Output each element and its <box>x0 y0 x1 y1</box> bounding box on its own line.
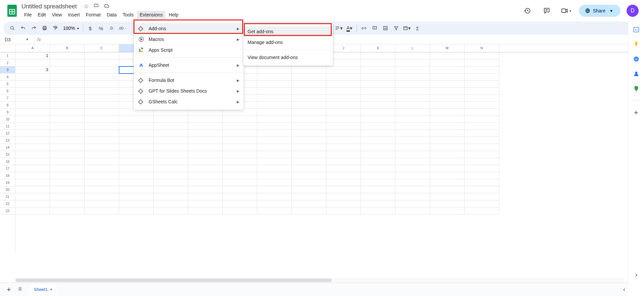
cell-N7[interactable] <box>465 95 499 102</box>
text-color-button[interactable]: A▾ <box>344 23 355 33</box>
cell-M4[interactable] <box>430 73 465 81</box>
row-header-12[interactable]: 12 <box>0 130 15 137</box>
cell-L10[interactable] <box>395 116 430 123</box>
cell-M23[interactable] <box>430 207 465 214</box>
cell-B13[interactable] <box>50 137 85 144</box>
cell-F13[interactable] <box>188 137 223 144</box>
cell-H4[interactable] <box>257 73 292 81</box>
cell-G10[interactable] <box>223 116 257 123</box>
cell-E21[interactable] <box>154 193 188 200</box>
cell-A3[interactable]: 3 <box>15 66 50 73</box>
cell-B21[interactable] <box>50 193 85 200</box>
cell-F21[interactable] <box>188 193 223 200</box>
cell-K19[interactable] <box>361 179 395 186</box>
cell-D12[interactable] <box>119 130 154 137</box>
cell-L5[interactable] <box>395 81 430 88</box>
cell-M9[interactable] <box>430 109 465 116</box>
cell-F10[interactable] <box>188 116 223 123</box>
star-icon[interactable]: ☆ <box>84 3 89 10</box>
ext-menu-gpt-for-slides-sheets-docs[interactable]: GPT for Slides Sheets Docs▶ <box>134 86 244 96</box>
col-header-C[interactable]: C <box>85 44 119 52</box>
cell-N4[interactable] <box>465 73 499 81</box>
sheet-tab-active[interactable]: Sheet1 ▾ <box>29 284 57 295</box>
cell-H14[interactable] <box>257 144 292 151</box>
row-header-4[interactable]: 4 <box>0 73 15 81</box>
cell-H9[interactable] <box>257 109 292 116</box>
cell-M13[interactable] <box>430 137 465 144</box>
cell-B12[interactable] <box>50 130 85 137</box>
cell-N17[interactable] <box>465 165 499 172</box>
cell-G11[interactable] <box>223 123 257 130</box>
cell-H20[interactable] <box>257 186 292 193</box>
cell-E19[interactable] <box>154 179 188 186</box>
cell-H21[interactable] <box>257 193 292 200</box>
cell-N12[interactable] <box>465 130 499 137</box>
cell-H19[interactable] <box>257 179 292 186</box>
row-header-14[interactable]: 14 <box>0 144 15 151</box>
cell-M1[interactable] <box>430 52 465 59</box>
sheets-logo[interactable] <box>5 4 19 17</box>
menubar-view[interactable]: View <box>49 11 65 19</box>
cell-B16[interactable] <box>50 158 85 165</box>
cell-I7[interactable] <box>292 95 326 102</box>
cell-K6[interactable] <box>361 88 395 95</box>
cell-C2[interactable] <box>85 59 119 66</box>
cell-I5[interactable] <box>292 81 326 88</box>
cell-M12[interactable] <box>430 130 465 137</box>
cell-G14[interactable] <box>223 144 257 151</box>
cell-M10[interactable] <box>430 116 465 123</box>
cell-H10[interactable] <box>257 116 292 123</box>
cell-N13[interactable] <box>465 137 499 144</box>
calendar-icon[interactable]: 31 <box>633 26 640 33</box>
cell-K23[interactable] <box>361 207 395 214</box>
ext-menu-appsheet[interactable]: AppSheet▶ <box>134 60 244 70</box>
cell-B3[interactable] <box>50 66 85 73</box>
cell-H7[interactable] <box>257 95 292 102</box>
cell-N23[interactable] <box>465 207 499 214</box>
cell-A10[interactable] <box>15 116 50 123</box>
cell-L11[interactable] <box>395 123 430 130</box>
cell-J8[interactable] <box>326 102 361 109</box>
cell-K14[interactable] <box>361 144 395 151</box>
cell-N6[interactable] <box>465 88 499 95</box>
cell-I14[interactable] <box>292 144 326 151</box>
cell-I9[interactable] <box>292 109 326 116</box>
cell-M5[interactable] <box>430 81 465 88</box>
col-header-B[interactable]: B <box>50 44 85 52</box>
cell-M3[interactable] <box>430 66 465 73</box>
cell-C7[interactable] <box>85 95 119 102</box>
cell-K5[interactable] <box>361 81 395 88</box>
zoom-select[interactable]: 100%▾ <box>61 26 81 31</box>
cell-N15[interactable] <box>465 151 499 158</box>
cell-C16[interactable] <box>85 158 119 165</box>
cell-E10[interactable] <box>154 116 188 123</box>
row-header-15[interactable]: 15 <box>0 151 15 158</box>
cell-L22[interactable] <box>395 200 430 207</box>
cell-G16[interactable] <box>223 158 257 165</box>
cell-K17[interactable] <box>361 165 395 172</box>
cell-L14[interactable] <box>395 144 430 151</box>
cell-M21[interactable] <box>430 193 465 200</box>
row-header-16[interactable]: 16 <box>0 158 15 165</box>
cell-E9[interactable] <box>154 109 188 116</box>
cell-B15[interactable] <box>50 151 85 158</box>
cell-M15[interactable] <box>430 151 465 158</box>
cell-N16[interactable] <box>465 158 499 165</box>
cell-B11[interactable] <box>50 123 85 130</box>
cell-A18[interactable] <box>15 172 50 179</box>
share-button[interactable]: Share ▾ <box>579 5 621 17</box>
cell-A13[interactable] <box>15 137 50 144</box>
cell-D22[interactable] <box>119 200 154 207</box>
cell-J9[interactable] <box>326 109 361 116</box>
cell-I16[interactable] <box>292 158 326 165</box>
cell-E23[interactable] <box>154 207 188 214</box>
row-header-19[interactable]: 19 <box>0 179 15 186</box>
ext-menu-add-ons[interactable]: Add-ons▶ <box>134 23 244 34</box>
cell-N20[interactable] <box>465 186 499 193</box>
cell-B19[interactable] <box>50 179 85 186</box>
cell-J14[interactable] <box>326 144 361 151</box>
ext-menu-gsheets-calc[interactable]: GSheets Calc▶ <box>134 96 244 107</box>
cell-F15[interactable] <box>188 151 223 158</box>
ext-menu-apps-script[interactable]: Apps Script <box>134 45 244 55</box>
cell-D14[interactable] <box>119 144 154 151</box>
